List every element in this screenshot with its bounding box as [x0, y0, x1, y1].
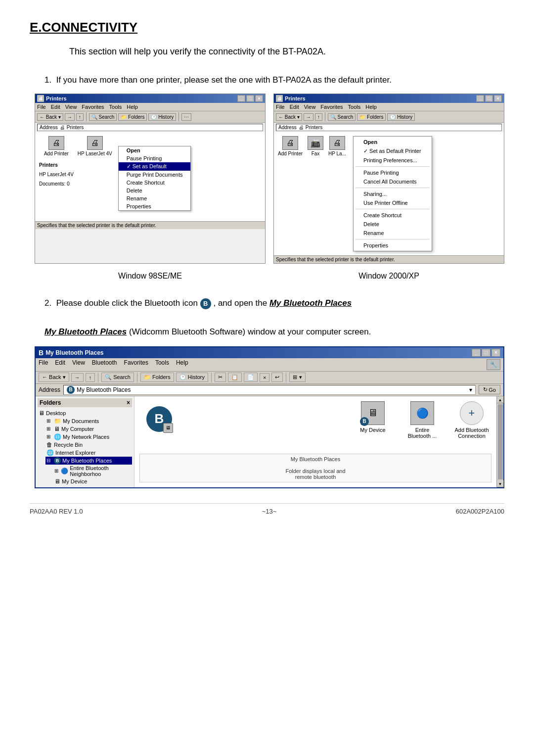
bt-paste-btn[interactable]: 📄: [244, 373, 258, 382]
ctx-default[interactable]: ✓ Set as Default: [119, 162, 191, 171]
tree-my-device[interactable]: 🖥 My Device: [53, 477, 132, 485]
bt-views-btn[interactable]: ⊞ ▾: [289, 373, 305, 382]
win98-menu-edit[interactable]: Edit: [51, 104, 60, 110]
bt-menu-help[interactable]: Help: [176, 359, 188, 370]
tree-bt-places[interactable]: ⊟ B My Bluetooth Places: [45, 457, 132, 465]
tree-my-computer[interactable]: ⊞ 🖥 My Computer: [45, 425, 132, 433]
winxp-controls[interactable]: _ □ ×: [476, 95, 502, 102]
win98-up-btn[interactable]: ↑: [76, 113, 84, 121]
bt-menu-file[interactable]: File: [39, 359, 48, 370]
win98-controls[interactable]: _ □ ×: [237, 95, 263, 102]
xp-ctx-delete[interactable]: Delete: [354, 220, 432, 229]
xp-ctx-offline[interactable]: Use Printer Offline: [354, 198, 432, 207]
win98-menu-view[interactable]: View: [65, 104, 77, 110]
scrollbar-up[interactable]: ▲: [497, 396, 504, 403]
bt-search-btn[interactable]: 🔍 Search: [101, 373, 134, 382]
xp-ctx-sharing[interactable]: Sharing...: [354, 189, 432, 198]
bt-close[interactable]: ×: [491, 349, 500, 357]
bt-window-controls[interactable]: _ □ ×: [472, 349, 500, 357]
winxp-minimize[interactable]: _: [476, 95, 484, 102]
bt-menu-fav[interactable]: Favorites: [124, 359, 148, 370]
win98-close[interactable]: ×: [255, 95, 263, 102]
win98-maximize[interactable]: □: [246, 95, 254, 102]
winxp-menu-fav[interactable]: Favorites: [320, 104, 343, 110]
winxp-add-printer[interactable]: 🖨 Add Printer: [278, 136, 303, 156]
bt-go-button[interactable]: ↻ Go: [479, 385, 500, 394]
bt-copy-btn[interactable]: 📋: [228, 373, 242, 382]
xp-ctx-shortcut[interactable]: Create Shortcut: [354, 211, 432, 220]
bt-entire-item[interactable]: 🔵 EntireBluetooth ...: [402, 401, 442, 439]
bt-undo-btn[interactable]: ↩: [271, 373, 283, 382]
add-bt-connection-item[interactable]: + Add BluetoothConnection: [452, 401, 491, 439]
ctx-shortcut[interactable]: Create Shortcut: [119, 179, 191, 187]
bt-address-value[interactable]: B My Bluetooth Places ▾: [63, 385, 476, 395]
bt-history-btn[interactable]: 🕐 History: [176, 373, 208, 382]
win98-search-btn[interactable]: 🔍 Search: [89, 113, 117, 121]
win98-minimize[interactable]: _: [237, 95, 245, 102]
winxp-forward-btn[interactable]: →: [304, 113, 313, 121]
xp-ctx-open[interactable]: Open: [354, 138, 432, 146]
winxp-close[interactable]: ×: [494, 95, 502, 102]
expand-comp[interactable]: ⊞: [46, 426, 52, 431]
scrollbar-down[interactable]: ▼: [497, 480, 504, 487]
xp-ctx-properties[interactable]: Properties: [354, 241, 432, 250]
scrollbar-thumb[interactable]: [498, 404, 503, 479]
win98-menu-fav[interactable]: Favorites: [82, 104, 104, 110]
ctx-pause[interactable]: Pause Printing: [119, 154, 191, 162]
tree-my-documents[interactable]: ⊞ 📁 My Documents: [45, 417, 132, 425]
bt-menu-view[interactable]: View: [72, 359, 85, 370]
xp-ctx-pause[interactable]: Pause Printing: [354, 168, 432, 177]
winxp-up-btn[interactable]: ↑: [315, 113, 322, 121]
winxp-menu-view[interactable]: View: [304, 104, 316, 110]
winxp-menu-edit[interactable]: Edit: [290, 104, 299, 110]
winxp-menu-tools[interactable]: Tools: [348, 104, 361, 110]
win98-menu-file[interactable]: File: [37, 104, 46, 110]
bt-forward-btn[interactable]: →: [71, 373, 84, 382]
tree-network-places[interactable]: ⊞ 🌐 My Network Places: [45, 433, 132, 441]
win98-add-printer-icon[interactable]: 🖨 Add Printer: [39, 136, 74, 156]
bt-delete-btn[interactable]: ×: [260, 373, 269, 382]
bt-up-btn[interactable]: ↑: [86, 373, 95, 382]
winxp-folders-btn[interactable]: 📁 Folders: [357, 113, 386, 121]
winxp-search-btn[interactable]: 🔍 Search: [328, 113, 356, 121]
bt-folders-btn[interactable]: 📁 Folders: [140, 373, 174, 382]
bt-my-device-item[interactable]: 🖥 B My Device: [353, 401, 393, 433]
xp-ctx-default[interactable]: Set as Default Printer: [354, 146, 432, 156]
ctx-delete[interactable]: Delete: [119, 187, 191, 194]
ctx-rename[interactable]: Rename: [119, 194, 191, 202]
winxp-history-btn[interactable]: 🕐 History: [387, 113, 415, 121]
bt-back-btn[interactable]: ← Back ▾: [39, 373, 69, 382]
bt-scrollbar[interactable]: ▲ ▼: [496, 396, 503, 487]
winxp-maximize[interactable]: □: [485, 95, 493, 102]
bt-sidebar-close[interactable]: ×: [127, 399, 130, 406]
bt-address-dropdown[interactable]: ▾: [469, 386, 472, 393]
winxp-back-btn[interactable]: ← Back ▾: [276, 113, 302, 121]
bt-cut-btn[interactable]: ✂: [215, 373, 226, 382]
expand-bt[interactable]: ⊟: [46, 458, 52, 463]
bt-menu-tools[interactable]: Tools: [155, 359, 169, 370]
tree-entire-bt[interactable]: ⊞ 🔵 Entire Bluetooth Neighborhoo: [53, 465, 132, 477]
bt-menu-edit[interactable]: Edit: [55, 359, 65, 370]
expand-net[interactable]: ⊞: [46, 434, 52, 439]
ctx-purge[interactable]: Purge Print Documents: [119, 171, 191, 179]
winxp-fax-icon[interactable]: 📠 Fax: [308, 136, 323, 156]
expand-docs[interactable]: ⊞: [46, 418, 52, 424]
winxp-menu-help[interactable]: Help: [365, 104, 377, 110]
ctx-open[interactable]: Open: [119, 146, 191, 154]
win98-folders-btn[interactable]: 📁 Folders: [118, 113, 147, 121]
win98-hp-printer-icon[interactable]: 🖨 HP LaserJet 4V: [78, 136, 112, 156]
win98-history-btn[interactable]: 🕐 History: [148, 113, 176, 121]
bt-maximize[interactable]: □: [482, 349, 490, 357]
win98-more-btn[interactable]: ⋯: [181, 113, 191, 121]
tree-recycle-bin[interactable]: 🗑 Recycle Bin: [45, 441, 132, 449]
win98-forward-btn[interactable]: →: [65, 113, 75, 121]
ctx-properties[interactable]: Properties: [119, 202, 191, 210]
xp-ctx-rename[interactable]: Rename: [354, 229, 432, 237]
bt-menu-bluetooth[interactable]: Bluetooth: [92, 359, 117, 370]
winxp-hp-icon[interactable]: 🖨 HP La...: [328, 136, 346, 156]
expand-entire[interactable]: ⊞: [54, 468, 59, 473]
win98-back-btn[interactable]: ← Back ▾: [37, 113, 63, 121]
win98-menu-tools[interactable]: Tools: [109, 104, 122, 110]
tree-desktop[interactable]: 🖥 Desktop: [38, 409, 132, 417]
xp-ctx-cancel[interactable]: Cancel All Documents: [354, 177, 432, 186]
